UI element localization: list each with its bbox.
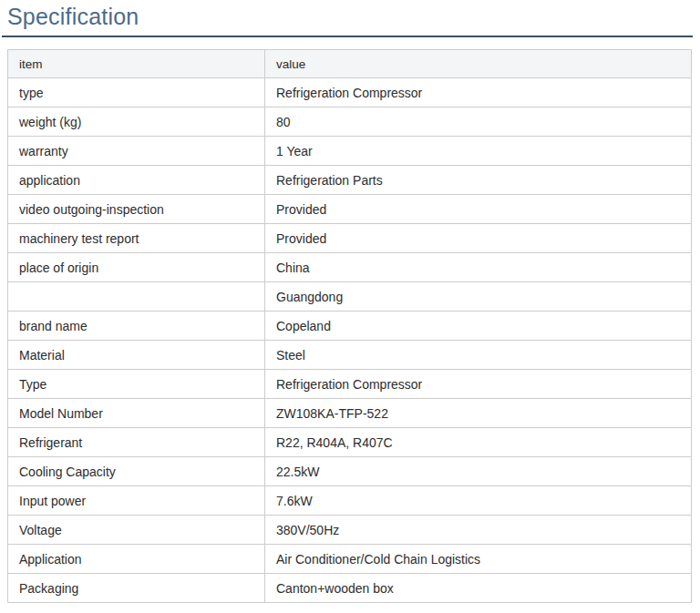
spec-value-cell: 7.6kW bbox=[265, 486, 692, 516]
specification-table: item value type Refrigeration Compressor… bbox=[7, 49, 692, 603]
spec-item-cell: Packaging bbox=[8, 574, 265, 603]
column-header-item: item bbox=[8, 50, 265, 78]
table-row: weight (kg) 80 bbox=[8, 107, 692, 137]
spec-value-cell: Refrigeration Compressor bbox=[265, 370, 692, 399]
spec-item-cell: Voltage bbox=[8, 516, 265, 545]
spec-value-cell: 80 bbox=[265, 107, 692, 137]
spec-item-cell: brand name bbox=[8, 312, 265, 341]
table-row: warranty 1 Year bbox=[8, 137, 692, 166]
table-row: Material Steel bbox=[8, 341, 692, 370]
table-row: Refrigerant R22, R404A, R407C bbox=[8, 428, 692, 457]
spec-item-cell: warranty bbox=[8, 137, 265, 166]
table-row: place of origin China bbox=[8, 253, 692, 282]
table-row: type Refrigeration Compressor bbox=[8, 78, 692, 107]
spec-item-cell: weight (kg) bbox=[8, 107, 265, 137]
spec-item-cell: Type bbox=[8, 370, 265, 399]
table-row: Packaging Canton+wooden box bbox=[8, 574, 692, 603]
column-header-value: value bbox=[265, 50, 692, 78]
spec-value-cell: China bbox=[265, 253, 692, 282]
table-row: Type Refrigeration Compressor bbox=[8, 370, 692, 399]
spec-value-cell: 22.5kW bbox=[265, 457, 692, 486]
table-row: Application Air Conditioner/Cold Chain L… bbox=[8, 545, 692, 574]
table-row: Voltage 380V/50Hz bbox=[8, 516, 692, 545]
spec-item-cell: Cooling Capacity bbox=[8, 457, 265, 486]
spec-value-cell: ZW108KA-TFP-522 bbox=[265, 399, 692, 428]
table-row: Cooling Capacity 22.5kW bbox=[8, 457, 692, 486]
spec-value-cell: Refrigeration Compressor bbox=[265, 78, 692, 107]
table-row: brand name Copeland bbox=[8, 312, 692, 341]
table-row: Guangdong bbox=[8, 282, 692, 312]
spec-value-cell: Provided bbox=[265, 224, 692, 253]
table-row: machinery test report Provided bbox=[8, 224, 692, 253]
spec-value-cell: Guangdong bbox=[265, 282, 692, 312]
spec-item-cell: Refrigerant bbox=[8, 428, 265, 457]
table-row: Model Number ZW108KA-TFP-522 bbox=[8, 399, 692, 428]
table-header-row: item value bbox=[8, 50, 692, 78]
spec-item-cell bbox=[8, 282, 265, 312]
spec-item-cell: application bbox=[8, 166, 265, 195]
table-row: application Refrigeration Parts bbox=[8, 166, 692, 195]
spec-value-cell: R22, R404A, R407C bbox=[265, 428, 692, 457]
spec-item-cell: type bbox=[8, 78, 265, 107]
spec-value-cell: Refrigeration Parts bbox=[265, 166, 692, 195]
spec-item-cell: Application bbox=[8, 545, 265, 574]
title-divider bbox=[2, 36, 693, 37]
spec-item-cell: Input power bbox=[8, 486, 265, 516]
spec-item-cell: Model Number bbox=[8, 399, 265, 428]
table-row: Input power 7.6kW bbox=[8, 486, 692, 516]
spec-item-cell: machinery test report bbox=[8, 224, 265, 253]
spec-value-cell: Air Conditioner/Cold Chain Logistics bbox=[265, 545, 692, 574]
spec-item-cell: Material bbox=[8, 341, 265, 370]
spec-item-cell: place of origin bbox=[8, 253, 265, 282]
spec-value-cell: Copeland bbox=[265, 312, 692, 341]
table-row: video outgoing-inspection Provided bbox=[8, 195, 692, 224]
specification-page: Specification item value type Refrigerat… bbox=[0, 0, 700, 603]
page-title: Specification bbox=[7, 4, 700, 30]
spec-value-cell: 380V/50Hz bbox=[265, 516, 692, 545]
spec-value-cell: Provided bbox=[265, 195, 692, 224]
spec-item-cell: video outgoing-inspection bbox=[8, 195, 265, 224]
spec-value-cell: Canton+wooden box bbox=[265, 574, 692, 603]
spec-value-cell: Steel bbox=[265, 341, 692, 370]
spec-value-cell: 1 Year bbox=[265, 137, 692, 166]
